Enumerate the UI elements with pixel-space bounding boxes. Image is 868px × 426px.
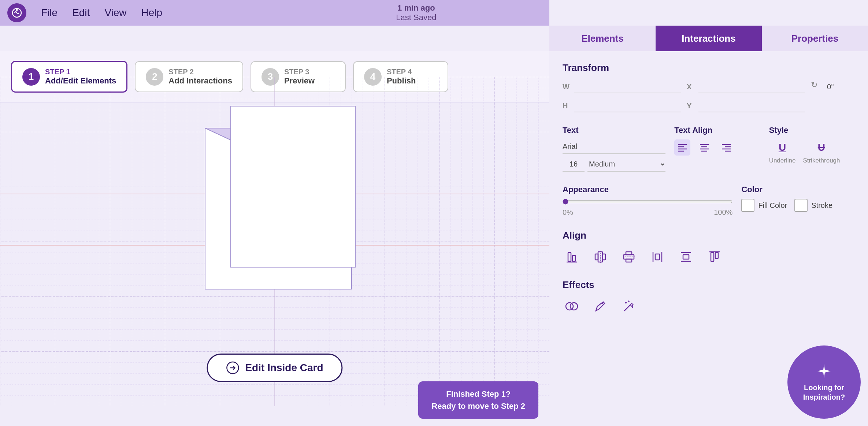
align-bottom-button[interactable] [563,248,581,266]
svg-rect-33 [568,253,571,261]
stroke-color-label: Stroke [811,201,832,210]
logo[interactable] [7,3,26,22]
distribute-h-button[interactable] [648,248,667,266]
svg-rect-51 [715,253,718,258]
w-label: W [563,83,571,91]
blend-icon [564,299,579,314]
x-input[interactable] [698,80,805,93]
next-step-line1: Finished Step 1? [431,388,525,400]
edit-inside-card-button[interactable]: Edit Inside Card [207,354,342,382]
svg-rect-19 [231,106,355,267]
tab-interactions[interactable]: Interactions [656,26,762,51]
blend-effect-button[interactable] [563,297,581,315]
wand-icon [622,299,636,314]
align-right-button[interactable] [718,139,734,156]
fill-color-box [741,199,754,212]
pen-icon [593,299,608,314]
align-top-icon [707,250,722,264]
nav-help[interactable]: Help [141,7,163,19]
align-top-button[interactable] [705,248,724,266]
wand-effect-button[interactable] [620,297,638,315]
appearance-subsection: Appearance 0% 100% [563,185,732,217]
nav-edit[interactable]: Edit [72,7,90,19]
right-panel: Elements Interactions Properties Transfo… [549,0,868,426]
align-center-v-button[interactable] [591,248,609,266]
nav-view[interactable]: View [104,7,126,19]
w-input[interactable] [574,80,681,93]
transform-h: H [563,99,681,112]
fill-color-item[interactable]: Fill Color [741,199,787,212]
appearance-title: Appearance [563,185,732,194]
step-2-label: STEP 2 [168,68,232,76]
step-1-label: STEP 1 [45,68,116,76]
sparkle-icon [815,362,833,380]
svg-point-54 [570,303,578,310]
svg-rect-42 [626,259,632,262]
strikethrough-icon: U [813,139,830,156]
svg-line-55 [602,303,604,305]
rotate-area: ↻ 0° [811,80,855,93]
align-section: Align [563,230,855,266]
appearance-section: Appearance 0% 100% Color Fill Color [563,185,855,217]
svg-rect-49 [683,255,689,259]
opacity-max: 100% [714,208,732,217]
effects-title: Effects [563,279,855,291]
tab-elements[interactable]: Elements [549,26,656,51]
svg-point-1 [16,9,18,11]
step-4-label: STEP 4 [387,68,416,76]
align-left-button[interactable] [674,139,690,156]
align-section-title: Align [563,230,855,241]
distribute-v-button[interactable] [677,248,695,266]
align-center-button[interactable] [696,139,712,156]
color-subsection: Color Fill Color Stroke [741,185,855,212]
y-label: Y [687,102,695,110]
align-center-h-button[interactable] [620,248,638,266]
canvas-area: 1 STEP 1 Add/Edit Elements 2 STEP 2 Add … [0,26,549,426]
next-step-banner[interactable]: Finished Step 1? Ready to move to Step 2 [418,381,538,419]
inspiration-widget[interactable]: Looking for Inspiration? [787,345,861,419]
align-center-icon [698,142,710,153]
stroke-color-item[interactable]: Stroke [794,199,832,212]
text-align-title: Text Align [674,126,760,135]
edit-arrow-icon [226,361,239,374]
transform-x: X [687,80,805,93]
effects-section: Effects [563,279,855,315]
distribute-v-icon [679,250,693,264]
text-subsection-title: Text [563,126,665,135]
rotate-icon[interactable]: ↻ [811,80,824,93]
inspiration-label: Looking for Inspiration? [787,383,861,402]
underline-button[interactable]: U Underline [769,139,796,164]
svg-point-59 [632,307,633,308]
svg-point-57 [625,302,627,303]
svg-rect-38 [602,254,605,260]
align-center-v-icon [593,250,608,264]
opacity-slider[interactable] [563,199,732,205]
pen-effect-button[interactable] [591,297,609,315]
strikethrough-button[interactable]: U Strikethrough [803,139,840,164]
h-input[interactable] [574,99,681,112]
svg-rect-46 [655,254,660,260]
font-family-select[interactable]: Arial Georgia Helvetica [563,139,665,154]
underline-icon: U [774,139,790,156]
align-icons-row [563,248,855,266]
stroke-color-box [794,199,808,212]
transform-title: Transform [563,62,855,74]
underline-label: Underline [769,157,796,164]
align-bottom-icon [564,250,579,264]
rotation-value: 0° [827,83,834,91]
transform-w: W [563,80,681,93]
effects-icons-row [563,297,855,315]
h-label: H [563,102,571,110]
nav-file[interactable]: File [41,7,58,19]
font-size-input[interactable] [563,157,585,172]
font-weight-select[interactable]: Medium Bold Light [587,157,665,172]
svg-rect-34 [572,255,575,261]
panel-tabs: Elements Interactions Properties [549,26,868,51]
y-input[interactable] [698,99,805,112]
opacity-min: 0% [563,208,573,217]
align-right-icon [720,142,732,153]
step-3-label: STEP 3 [284,68,315,76]
tab-properties[interactable]: Properties [762,26,868,51]
card-canvas[interactable] [73,77,476,333]
text-align-subsection: Text Align [674,126,760,172]
